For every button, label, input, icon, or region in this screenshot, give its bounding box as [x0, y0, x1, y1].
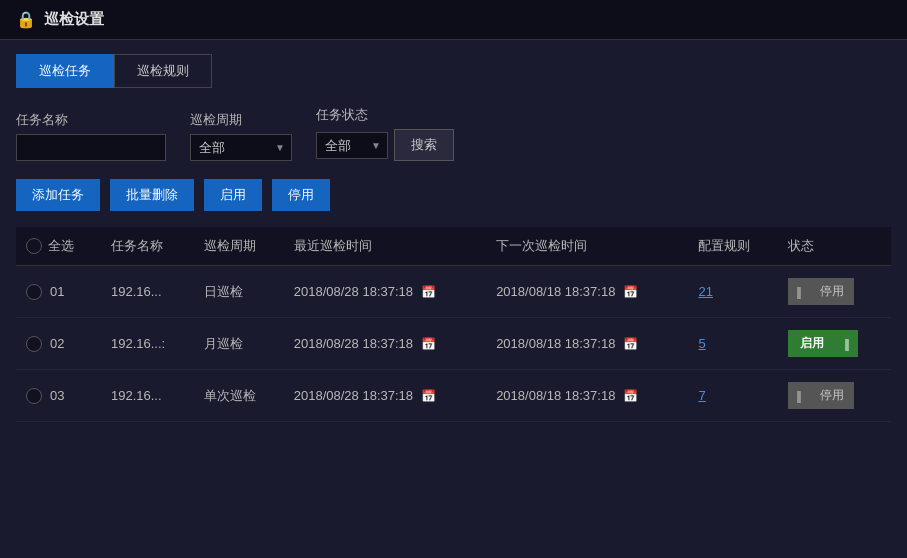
- status-btn-group: ‖ 停用: [788, 382, 881, 409]
- filter-row: 任务名称 巡检周期 全部 日巡检 月巡检 单次巡检 ▼ 任务状态 全部: [16, 106, 891, 161]
- th-config-rules: 配置规则: [688, 227, 778, 266]
- th-last-patrol: 最近巡检时间: [284, 227, 486, 266]
- row-02-status: 启用 ‖: [778, 318, 891, 370]
- filter-status-group: 任务状态 全部 启用 停用 ▼ 搜索: [316, 106, 454, 161]
- calendar-icon: 📅: [623, 389, 638, 403]
- row-01-last-patrol: 2018/08/28 18:37:18 📅: [284, 266, 486, 318]
- row-03-config-rules[interactable]: 7: [688, 370, 778, 422]
- table-row: 01 192.16...日巡检2018/08/28 18:37:18 📅2018…: [16, 266, 891, 318]
- add-task-button[interactable]: 添加任务: [16, 179, 100, 211]
- tab-patrol-rules[interactable]: 巡检规则: [114, 54, 212, 88]
- th-task-name: 任务名称: [101, 227, 194, 266]
- th-next-patrol: 下一次巡检时间: [486, 227, 688, 266]
- calendar-icon: 📅: [623, 285, 638, 299]
- row-02-config-rules[interactable]: 5: [688, 318, 778, 370]
- disable-button[interactable]: 停用: [272, 179, 330, 211]
- config-rules-link-03[interactable]: 7: [698, 388, 705, 403]
- status-btn-group: ‖ 停用: [788, 278, 881, 305]
- status-select-wrapper: 全部 启用 停用 ▼: [316, 132, 388, 159]
- period-select[interactable]: 全部 日巡检 月巡检 单次巡检: [191, 135, 291, 160]
- main-content: 巡检任务 巡检规则 任务名称 巡检周期 全部 日巡检 月巡检 单次巡检 ▼ 任务…: [0, 40, 907, 436]
- row-01-task-name: 192.16...: [101, 266, 194, 318]
- filter-period-group: 巡检周期 全部 日巡检 月巡检 单次巡检 ▼: [190, 111, 292, 161]
- tab-patrol-task[interactable]: 巡检任务: [16, 54, 114, 88]
- stop-button-01[interactable]: 停用: [810, 278, 854, 305]
- batch-delete-button[interactable]: 批量删除: [110, 179, 194, 211]
- row-01-config-rules[interactable]: 21: [688, 266, 778, 318]
- data-table: 全选 任务名称 巡检周期 最近巡检时间 下一次巡检时间 配置规则 状态 01 1…: [16, 227, 891, 422]
- row-id-02: 02: [50, 336, 64, 351]
- calendar-icon: 📅: [421, 389, 436, 403]
- table-row: 02 192.16...:月巡检2018/08/28 18:37:18 📅201…: [16, 318, 891, 370]
- stop-button-03[interactable]: 停用: [810, 382, 854, 409]
- row-01-period: 日巡检: [194, 266, 284, 318]
- tabs-container: 巡检任务 巡检规则: [16, 54, 891, 88]
- row-checkbox-02[interactable]: [26, 336, 42, 352]
- row-03-last-patrol: 2018/08/28 18:37:18 📅: [284, 370, 486, 422]
- row-checkbox-01[interactable]: [26, 284, 42, 300]
- row-01-status: ‖ 停用: [778, 266, 891, 318]
- row-03-status: ‖ 停用: [778, 370, 891, 422]
- search-button[interactable]: 搜索: [394, 129, 454, 161]
- row-03-task-name: 192.16...: [101, 370, 194, 422]
- row-02-next-patrol: 2018/08/18 18:37:18 📅: [486, 318, 688, 370]
- row-01-select: 01: [16, 266, 101, 318]
- row-02-task-name: 192.16...:: [101, 318, 194, 370]
- status-btn-group: 启用 ‖: [788, 330, 881, 357]
- page-title: 巡检设置: [44, 10, 104, 29]
- toolbar: 添加任务 批量删除 启用 停用: [16, 179, 891, 211]
- select-all-checkbox[interactable]: [26, 238, 42, 254]
- pause-button-01[interactable]: ‖: [788, 278, 810, 305]
- row-02-last-patrol: 2018/08/28 18:37:18 📅: [284, 318, 486, 370]
- pause-button-02[interactable]: ‖: [836, 330, 858, 357]
- row-01-next-patrol: 2018/08/18 18:37:18 📅: [486, 266, 688, 318]
- period-label: 巡检周期: [190, 111, 292, 129]
- row-03-select: 03: [16, 370, 101, 422]
- row-checkbox-03[interactable]: [26, 388, 42, 404]
- header-icon: 🔒: [16, 10, 36, 29]
- filter-task-name-group: 任务名称: [16, 111, 166, 161]
- th-patrol-period: 巡检周期: [194, 227, 284, 266]
- th-select: 全选: [16, 227, 101, 266]
- task-name-input[interactable]: [16, 134, 166, 161]
- config-rules-link-01[interactable]: 21: [698, 284, 712, 299]
- row-id-03: 03: [50, 388, 64, 403]
- status-select[interactable]: 全部 启用 停用: [317, 133, 387, 158]
- row-02-select: 02: [16, 318, 101, 370]
- page-header: 🔒 巡检设置: [0, 0, 907, 40]
- period-select-wrapper: 全部 日巡检 月巡检 单次巡检 ▼: [190, 134, 292, 161]
- row-02-period: 月巡检: [194, 318, 284, 370]
- start-button-02[interactable]: 启用: [788, 330, 836, 357]
- enable-button[interactable]: 启用: [204, 179, 262, 211]
- calendar-icon: 📅: [421, 337, 436, 351]
- row-id-01: 01: [50, 284, 64, 299]
- row-03-next-patrol: 2018/08/18 18:37:18 📅: [486, 370, 688, 422]
- calendar-icon: 📅: [623, 337, 638, 351]
- calendar-icon: 📅: [421, 285, 436, 299]
- config-rules-link-02[interactable]: 5: [698, 336, 705, 351]
- task-name-label: 任务名称: [16, 111, 166, 129]
- th-status: 状态: [778, 227, 891, 266]
- pause-button-03[interactable]: ‖: [788, 382, 810, 409]
- row-03-period: 单次巡检: [194, 370, 284, 422]
- status-label: 任务状态: [316, 106, 454, 124]
- table-row: 03 192.16...单次巡检2018/08/28 18:37:18 📅201…: [16, 370, 891, 422]
- table-header-row: 全选 任务名称 巡检周期 最近巡检时间 下一次巡检时间 配置规则 状态: [16, 227, 891, 266]
